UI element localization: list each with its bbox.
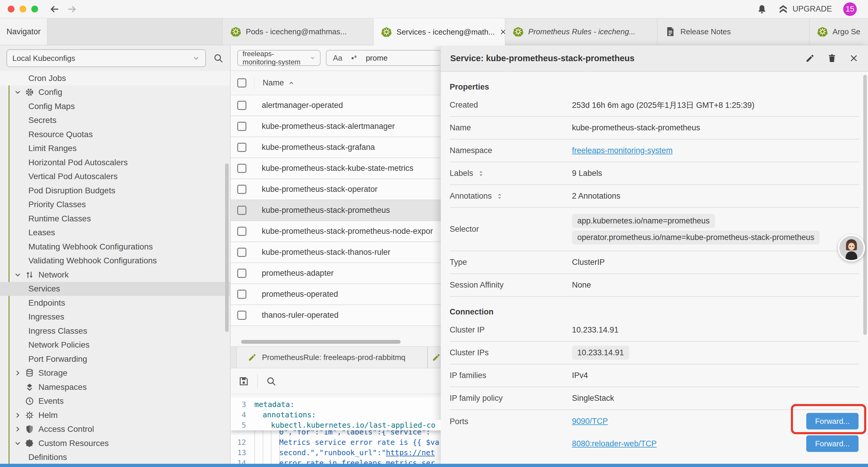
save-icon[interactable] [239,376,249,387]
sidebar-item-network[interactable]: Network [0,268,230,282]
upgrade-button[interactable]: UPGRADE [778,4,832,14]
sidebar-item-validating-webhook-configurations[interactable]: Validating Webhook Configurations [0,254,230,268]
app-tab-argo-se[interactable]: Argo Se [809,18,868,45]
minimize-window-button[interactable] [20,6,26,12]
sidebar-item-resource-quotas[interactable]: Resource Quotas [0,127,230,142]
sidebar-item-runtime-classes[interactable]: Runtime Classes [0,212,230,226]
sidebar-item-cron-jobs[interactable]: Cron Jobs [0,71,230,85]
port-link[interactable]: 9090/TCP [572,417,608,426]
sidebar-scrollbar[interactable] [225,164,229,332]
close-window-button[interactable] [8,6,14,12]
row-checkbox[interactable] [237,248,246,257]
editor-tab-partial[interactable] [428,347,441,368]
back-icon[interactable] [49,4,60,14]
chevron-down-icon[interactable] [13,88,22,96]
row-checkbox[interactable] [237,122,246,131]
expand-collapse-icon[interactable] [496,193,503,200]
sidebar-item-ingress-classes[interactable]: Ingress Classes [0,324,230,338]
sidebar-item-priority-classes[interactable]: Priority Classes [0,198,230,212]
sidebar-item-port-forwarding[interactable]: Port Forwarding [0,352,230,366]
sidebar-item-definitions[interactable]: Definitions [0,450,230,465]
app-tab-prometheus-rules-icecheng[interactable]: Prometheus Rules - icecheng... [505,18,657,45]
row-checkbox[interactable] [237,143,246,152]
namespace-link[interactable]: freeleaps-monitoring-system [572,146,673,155]
sidebar-item-pod-disruption-budgets[interactable]: Pod Disruption Budgets [0,183,230,198]
expand-collapse-icon[interactable] [477,170,485,177]
port-link[interactable]: 8080:reloader-web/TCP [572,439,657,448]
row-checkbox[interactable] [237,290,246,299]
chevron-down-icon[interactable] [13,439,22,447]
table-row-kube-prometheus-stack-thanos-ruler[interactable]: kube-prometheus-stack-thanos-ruler [231,242,441,263]
row-checkbox[interactable] [237,311,246,320]
sidebar-item-ingresses[interactable]: Ingresses [0,310,230,324]
code-link[interactable]: https://net [386,448,435,457]
table-row-kube-prometheus-stack-operator[interactable]: kube-prometheus-stack-operator [231,179,441,200]
table-row-kube-prometheus-stack-prometheus-node-expor[interactable]: kube-prometheus-stack-prometheus-node-ex… [231,221,441,242]
row-checkbox[interactable] [237,185,246,194]
horizontal-scrollbar[interactable] [241,340,401,344]
column-header-name[interactable]: Name [262,78,284,87]
app-tab-release-notes[interactable]: Release Notes [657,18,809,45]
sidebar-item-access-control[interactable]: Access Control [0,422,230,437]
delete-service-icon[interactable] [827,54,837,63]
table-row-kube-prometheus-stack-kube-state-metrics[interactable]: kube-prometheus-stack-kube-state-metrics [231,158,441,179]
chevron-down-icon[interactable] [13,271,22,279]
table-row-prometheus-adapter[interactable]: prometheus-adapter [231,263,441,284]
sidebar-item-config-maps[interactable]: Config Maps [0,99,230,114]
sidebar-item-events[interactable]: Events [0,394,230,408]
sort-ascending-icon[interactable] [288,80,294,86]
app-tab-pods-icecheng-mathmas[interactable]: Pods - icecheng@mathmas... [223,18,373,45]
sidebar-search-icon[interactable] [213,53,224,63]
navigator-tab[interactable]: Navigator [0,18,47,45]
row-checkbox[interactable] [237,101,246,110]
namespace-filter-dropdown[interactable]: freeleaps-monitoring-system [237,50,320,66]
kubeconfig-selector[interactable]: Local Kubeconfigs [6,49,206,67]
sidebar-item-config[interactable]: Config [0,85,230,99]
yaml-editor[interactable]: 3 metadata: 4 annotations: 5 kubectl.kub… [231,398,441,467]
row-checkbox[interactable] [237,206,246,215]
editor-tab-prometheusrule[interactable]: PrometheusRule: freeleaps-prod-rabbitmq [236,347,428,368]
sidebar-item-endpoints[interactable]: Endpoints [0,296,230,310]
table-row-thanos-ruler-operated[interactable]: thanos-ruler-operated [231,305,441,326]
chevron-right-icon[interactable] [13,425,22,433]
row-checkbox[interactable] [237,269,246,278]
row-checkbox[interactable] [237,164,246,173]
edit-service-icon[interactable] [805,54,815,63]
match-case-toggle[interactable]: Aa [333,54,342,63]
forward-button[interactable]: Forward... [806,435,859,452]
close-drawer-icon[interactable] [849,54,859,63]
sidebar-item-namespaces[interactable]: Namespaces [0,380,230,394]
sidebar-item-helm[interactable]: Helm [0,408,230,422]
sidebar-item-horizontal-pod-autoscalers[interactable]: Horizontal Pod Autoscalers [0,155,230,170]
select-all-checkbox[interactable] [237,78,246,87]
close-tab-icon[interactable] [500,28,505,35]
sidebar-item-storage[interactable]: Storage [0,366,230,380]
sidebar-item-vertical-pod-autoscalers[interactable]: Vertical Pod Autoscalers [0,170,230,184]
maximize-window-button[interactable] [31,6,38,12]
chevron-icon[interactable] [13,397,22,405]
forward-button[interactable]: Forward... [806,413,859,430]
regex-toggle[interactable]: ▪* [351,54,357,63]
table-row-prometheus-operated[interactable]: prometheus-operated [231,284,441,305]
sidebar-item-limit-ranges[interactable]: Limit Ranges [0,142,230,156]
detail-scrollbar[interactable] [863,75,867,335]
sidebar-item-mutating-webhook-configurations[interactable]: Mutating Webhook Configurations [0,240,230,254]
sidebar-item-leases[interactable]: Leases [0,226,230,240]
sidebar-item-network-policies[interactable]: Network Policies [0,338,230,352]
chevron-right-icon[interactable] [13,369,22,377]
table-row-kube-prometheus-stack-alertmanager[interactable]: kube-prometheus-stack-alertmanager [231,116,441,137]
chevron-right-icon[interactable] [13,411,22,419]
table-row-kube-prometheus-stack-grafana[interactable]: kube-prometheus-stack-grafana [231,137,441,158]
table-row-alertmanager-operated[interactable]: alertmanager-operated [231,95,441,116]
app-tab-services-icecheng-math[interactable]: Services - icecheng@math... [373,18,505,46]
chevron-icon[interactable] [13,383,22,391]
row-checkbox[interactable] [237,227,246,236]
sidebar-item-custom-resources[interactable]: Custom Resources [0,436,230,450]
editor-search-icon[interactable] [266,376,277,387]
search-input[interactable]: Aa ▪* prome [326,50,441,66]
sidebar-item-secrets[interactable]: Secrets [0,114,230,128]
notifications-bell-icon[interactable] [757,4,767,14]
sidebar-item-services[interactable]: Services [0,282,230,296]
notification-count-badge[interactable]: 15 [843,2,857,16]
avatar[interactable] [838,234,865,262]
